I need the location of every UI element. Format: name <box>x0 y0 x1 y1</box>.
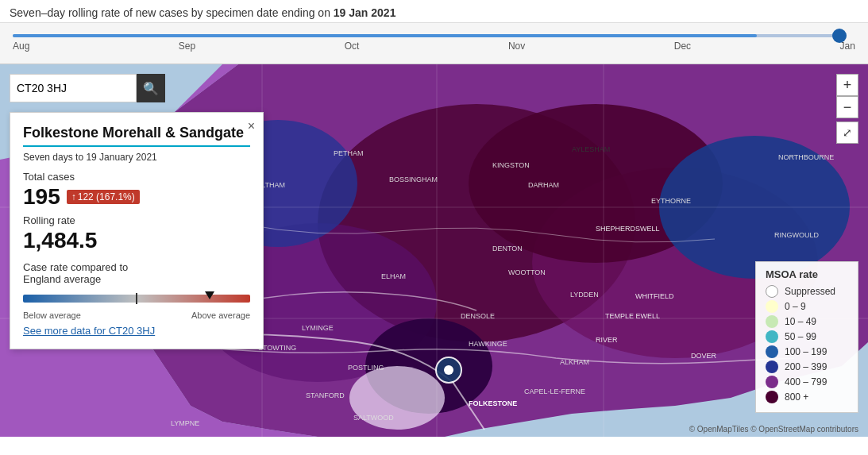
bar-left-label: Below average <box>23 310 81 320</box>
svg-text:STOWTING: STOWTING <box>258 344 296 352</box>
svg-text:FOLKESTONE: FOLKESTONE <box>469 399 517 407</box>
zoom-out-button[interactable]: − <box>836 96 858 118</box>
legend-item-10-49: 10 – 49 <box>766 315 848 328</box>
change-value: 122 (167.1%) <box>78 191 135 202</box>
svg-text:DOVER: DOVER <box>691 352 717 360</box>
legend-swatch-200-399 <box>766 361 778 373</box>
legend-item-50-99: 50 – 99 <box>766 330 848 343</box>
legend-label-0-9: 0 – 9 <box>785 301 806 312</box>
legend-title: MSOA rate <box>766 268 848 280</box>
timeline-label-nov: Nov <box>508 40 525 52</box>
legend-item-200-399: 200 – 399 <box>766 361 848 373</box>
svg-text:SALTWOOD: SALTWOOD <box>353 414 394 422</box>
total-cases-label: Total cases <box>23 171 250 183</box>
map-legend: MSOA rate Suppressed 0 – 9 10 – 49 50 – … <box>755 261 858 413</box>
svg-text:LYMINGE: LYMINGE <box>302 324 334 332</box>
cases-value: 195 <box>23 184 60 210</box>
svg-text:WOOTTON: WOOTTON <box>508 268 546 276</box>
cases-change-badge: ↑ 122 (167.1%) <box>67 190 140 204</box>
legend-item-0-9: 0 – 9 <box>766 300 848 313</box>
see-more-link[interactable]: See more data for CT20 3HJ <box>23 325 155 337</box>
map-container[interactable]: AYLESHAM NORTHBOURNE KINGSTON PETHAM WAL… <box>0 64 868 437</box>
timeline-fill <box>13 34 757 37</box>
svg-text:DENSOLE: DENSOLE <box>461 312 495 320</box>
map-controls: + − ⤢ <box>836 74 858 144</box>
svg-text:LYMPNE: LYMPNE <box>171 419 199 427</box>
timeline-label-sep: Sep <box>179 40 195 52</box>
svg-text:AYLESHAM: AYLESHAM <box>572 145 610 153</box>
timeline-thumb[interactable] <box>832 29 847 43</box>
rolling-rate-label: Rolling rate <box>23 214 250 226</box>
popup-close-button[interactable]: × <box>248 119 255 133</box>
svg-text:WHITFIELD: WHITFIELD <box>635 292 674 300</box>
header-text: Seven–day rolling rate of new cases by s… <box>10 6 334 19</box>
svg-text:TEMPLE EWELL: TEMPLE EWELL <box>605 312 660 320</box>
search-icon: 🔍 <box>143 81 159 96</box>
svg-text:LYDDEN: LYDDEN <box>570 291 599 299</box>
legend-swatch-suppressed <box>766 285 778 298</box>
timeline-label-oct: Oct <box>345 40 360 52</box>
timeline-labels: Aug Sep Oct Nov Dec Jan <box>13 40 855 52</box>
legend-swatch-0-9 <box>766 300 778 313</box>
svg-text:EYTHORNE: EYTHORNE <box>651 197 691 205</box>
svg-text:SHEPHERDSWELL: SHEPHERDSWELL <box>596 225 660 233</box>
legend-label-100-199: 100 – 199 <box>785 346 827 357</box>
popup-title: Folkestone Morehall & Sandgate <box>23 124 250 142</box>
svg-text:STANFORD: STANFORD <box>306 391 345 399</box>
svg-text:POSTLING: POSTLING <box>348 364 384 372</box>
svg-text:BOSSINGHAM: BOSSINGHAM <box>389 175 438 183</box>
legend-label-800plus: 800 + <box>785 391 808 403</box>
comparison-bar <box>23 290 250 307</box>
timeline-label-dec: Dec <box>674 40 691 52</box>
fullscreen-icon: ⤢ <box>843 126 852 139</box>
legend-label-suppressed: Suppressed <box>785 286 835 297</box>
bar-labels: Below average Above average <box>23 310 250 320</box>
legend-item-100-199: 100 – 199 <box>766 345 848 358</box>
legend-label-400-799: 400 – 799 <box>785 376 827 388</box>
bar-marker <box>205 291 214 299</box>
map-attribution: © OpenMapTiles © OpenStreetMap contribut… <box>689 425 858 434</box>
page-header: Seven–day rolling rate of new cases by s… <box>0 0 868 23</box>
change-arrow: ↑ <box>71 191 76 202</box>
svg-text:DENTON: DENTON <box>492 245 523 253</box>
svg-text:NORTHBOURNE: NORTHBOURNE <box>778 153 834 161</box>
legend-swatch-10-49 <box>766 315 778 328</box>
svg-text:ALKHAM: ALKHAM <box>560 358 589 366</box>
svg-text:PETHAM: PETHAM <box>334 149 364 157</box>
bar-center-line <box>136 293 137 304</box>
svg-point-47 <box>444 365 453 375</box>
svg-text:ELHAM: ELHAM <box>381 272 406 280</box>
svg-text:DARHAM: DARHAM <box>528 181 559 189</box>
popup-subtitle: Seven days to 19 January 2021 <box>23 145 250 163</box>
legend-swatch-800plus <box>766 391 778 403</box>
legend-swatch-50-99 <box>766 330 778 343</box>
timeline-bar[interactable]: Aug Sep Oct Nov Dec Jan <box>0 23 868 64</box>
legend-label-10-49: 10 – 49 <box>785 316 816 327</box>
search-button[interactable]: 🔍 <box>137 74 165 102</box>
bar-right-label: Above average <box>191 310 250 320</box>
legend-item-400-799: 400 – 799 <box>766 376 848 388</box>
legend-swatch-400-799 <box>766 376 778 388</box>
svg-text:RIVER: RIVER <box>596 336 618 344</box>
popup-card: × Folkestone Morehall & Sandgate Seven d… <box>10 112 264 349</box>
legend-label-50-99: 50 – 99 <box>785 331 816 342</box>
svg-text:CAPEL-LE-FERNE: CAPEL-LE-FERNE <box>524 388 585 395</box>
header-bold-date: 19 Jan 2021 <box>334 6 396 19</box>
legend-item-800plus: 800 + <box>766 391 848 403</box>
cases-row: 195 ↑ 122 (167.1%) <box>23 184 250 210</box>
svg-text:RINGWOULD: RINGWOULD <box>774 231 820 239</box>
zoom-in-button[interactable]: + <box>836 74 858 96</box>
legend-swatch-100-199 <box>766 345 778 358</box>
fullscreen-button[interactable]: ⤢ <box>836 121 858 144</box>
timeline-track[interactable] <box>13 34 839 37</box>
timeline-label-aug: Aug <box>13 40 29 52</box>
svg-text:HAWKINGE: HAWKINGE <box>469 340 507 348</box>
legend-label-200-399: 200 – 399 <box>785 361 827 372</box>
legend-item-suppressed: Suppressed <box>766 285 848 298</box>
compare-label: Case rate compared to England average <box>23 261 250 285</box>
rolling-rate-value: 1,484.5 <box>23 228 250 253</box>
search-input[interactable] <box>10 74 137 102</box>
svg-text:KINGSTON: KINGSTON <box>492 161 530 169</box>
search-box[interactable]: 🔍 <box>10 74 165 102</box>
